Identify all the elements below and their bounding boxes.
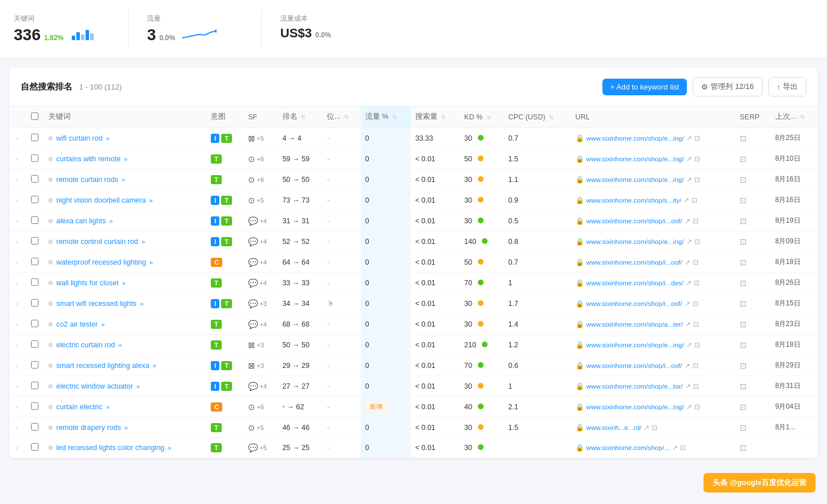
- serp-icon[interactable]: ⊡: [740, 216, 747, 226]
- expand-cell[interactable]: ›: [9, 169, 25, 190]
- copy-icon[interactable]: ⊡: [694, 176, 700, 184]
- checkbox-cell[interactable]: [25, 273, 44, 293]
- serp-cell[interactable]: ⊡: [735, 355, 770, 376]
- row-checkbox[interactable]: [31, 278, 38, 286]
- checkbox-cell[interactable]: [25, 190, 44, 211]
- checkbox-cell[interactable]: [25, 376, 44, 397]
- checkbox-cell[interactable]: [25, 314, 44, 335]
- date-col-header[interactable]: 上次... ⇅: [771, 106, 818, 128]
- checkbox-cell[interactable]: [25, 252, 44, 273]
- copy-icon[interactable]: ⊡: [652, 424, 658, 432]
- serp-icon[interactable]: ⊡: [740, 402, 747, 412]
- keyword-link[interactable]: led recessed lights color changing: [56, 444, 164, 452]
- copy-icon[interactable]: ⊡: [693, 382, 699, 390]
- expand-cell[interactable]: ›: [9, 314, 25, 335]
- copy-icon[interactable]: ⊡: [693, 217, 698, 225]
- serp-cell[interactable]: ⊡: [735, 293, 770, 314]
- row-checkbox[interactable]: [31, 320, 38, 327]
- expand-cell[interactable]: ›: [9, 417, 25, 438]
- external-link-icon[interactable]: ↗: [644, 424, 650, 432]
- keyword-link[interactable]: wall lights for closet: [56, 279, 118, 287]
- expand-cell[interactable]: ›: [9, 376, 25, 397]
- serp-cell[interactable]: ⊡: [735, 397, 770, 417]
- row-checkbox[interactable]: [31, 402, 38, 410]
- expand-cell[interactable]: ›: [9, 231, 25, 252]
- serp-icon[interactable]: ⊡: [740, 340, 747, 350]
- serp-cell[interactable]: ⊡: [735, 376, 770, 397]
- copy-icon[interactable]: ⊡: [693, 362, 698, 370]
- keyword-link[interactable]: smart recessed lighting alexa: [56, 362, 149, 370]
- serp-icon[interactable]: ⊡: [740, 443, 747, 452]
- serp-icon[interactable]: ⊡: [740, 299, 747, 308]
- copy-icon[interactable]: ⊡: [694, 403, 700, 411]
- external-link-icon[interactable]: ↗: [686, 279, 691, 287]
- external-link-icon[interactable]: ↗: [686, 403, 692, 411]
- row-checkbox[interactable]: [31, 175, 38, 183]
- copy-icon[interactable]: ⊡: [694, 279, 700, 287]
- manage-columns-button[interactable]: ⚙ 管理列 12/16: [693, 77, 762, 96]
- keyword-link[interactable]: curtain electric: [56, 403, 103, 411]
- keyword-link[interactable]: alexa can lights: [56, 217, 106, 225]
- keyword-link[interactable]: remote curtain rods: [56, 176, 118, 184]
- expand-cell[interactable]: ›: [9, 149, 25, 169]
- checkbox-cell[interactable]: [25, 335, 44, 355]
- serp-icon[interactable]: ⊡: [740, 154, 747, 164]
- keyword-link[interactable]: wifi curtain rod: [56, 134, 103, 142]
- expand-cell[interactable]: ›: [9, 252, 25, 273]
- copy-icon[interactable]: ⊡: [693, 320, 699, 328]
- row-checkbox[interactable]: [31, 299, 38, 307]
- keyword-link[interactable]: curtains with remote: [56, 155, 121, 163]
- keyword-link[interactable]: co2 air tester: [56, 320, 98, 328]
- rank-col-header[interactable]: 排名 ⇅: [278, 106, 323, 128]
- external-link-icon[interactable]: ↗: [686, 176, 692, 184]
- checkbox-cell[interactable]: [25, 211, 44, 231]
- serp-icon[interactable]: ⊡: [740, 258, 747, 267]
- expand-cell[interactable]: ›: [9, 397, 25, 417]
- copy-icon[interactable]: ⊡: [694, 341, 700, 349]
- export-button[interactable]: ↑ 导出: [768, 77, 807, 96]
- external-link-icon[interactable]: ↗: [685, 300, 690, 308]
- expand-cell[interactable]: ›: [9, 438, 25, 458]
- copy-icon[interactable]: ⊡: [694, 155, 700, 163]
- serp-icon[interactable]: ⊡: [740, 423, 747, 432]
- external-link-icon[interactable]: ↗: [685, 320, 691, 328]
- pos-col-header[interactable]: 位... ⇅: [322, 106, 360, 128]
- serp-cell[interactable]: ⊡: [735, 417, 770, 438]
- copy-icon[interactable]: ⊡: [694, 238, 700, 246]
- expand-cell[interactable]: ›: [9, 335, 25, 355]
- checkbox-cell[interactable]: [25, 355, 44, 376]
- serp-icon[interactable]: ⊡: [740, 382, 747, 391]
- keyword-link[interactable]: remote drapery rods: [56, 424, 121, 432]
- row-checkbox[interactable]: [31, 382, 38, 389]
- row-checkbox[interactable]: [31, 361, 38, 369]
- row-checkbox[interactable]: [31, 216, 38, 224]
- expand-cell[interactable]: ›: [9, 355, 25, 376]
- keyword-link[interactable]: electric window actuator: [56, 382, 133, 390]
- serp-icon[interactable]: ⊡: [740, 237, 747, 246]
- keyword-link[interactable]: remote control curtain rod: [56, 238, 138, 246]
- external-link-icon[interactable]: ↗: [686, 155, 692, 163]
- serp-icon[interactable]: ⊡: [740, 175, 747, 184]
- external-link-icon[interactable]: ↗: [686, 341, 692, 349]
- checkbox-cell[interactable]: [25, 231, 44, 252]
- serp-cell[interactable]: ⊡: [735, 169, 770, 190]
- keyword-link[interactable]: smart wifi recessed lights: [56, 300, 137, 308]
- expand-cell[interactable]: ›: [9, 211, 25, 231]
- row-checkbox[interactable]: [31, 258, 38, 265]
- copy-icon[interactable]: ⊡: [693, 300, 698, 308]
- serp-cell[interactable]: ⊡: [735, 128, 770, 149]
- row-checkbox[interactable]: [31, 237, 38, 245]
- row-checkbox[interactable]: [31, 340, 38, 348]
- copy-icon[interactable]: ⊡: [680, 444, 686, 452]
- serp-cell[interactable]: ⊡: [735, 273, 770, 293]
- cpc-col-header[interactable]: CPC (USD) ⇅: [504, 106, 571, 128]
- row-checkbox[interactable]: [31, 196, 38, 203]
- keyword-link[interactable]: electric curtain rod: [56, 341, 115, 349]
- checkbox-cell[interactable]: [25, 169, 44, 190]
- serp-cell[interactable]: ⊡: [735, 314, 770, 335]
- search-vol-col-header[interactable]: 搜索量 ⇅: [411, 106, 459, 128]
- row-checkbox[interactable]: [31, 443, 38, 451]
- row-checkbox[interactable]: [31, 423, 38, 431]
- copy-icon[interactable]: ⊡: [693, 258, 698, 266]
- checkbox-cell[interactable]: [25, 417, 44, 438]
